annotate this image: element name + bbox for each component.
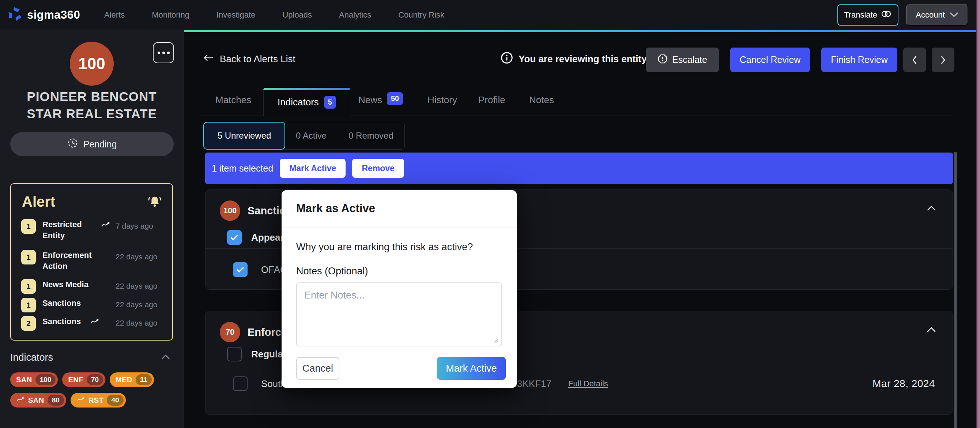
chevron-down-icon [949,10,959,20]
badge-value: 80 [48,395,64,406]
alert-row[interactable]: 2 Sanctions 22 days ago [21,316,165,331]
badge-value: 40 [107,395,123,406]
checkbox-unchecked[interactable] [227,347,242,361]
indicators-section-title: Indicators [10,352,53,363]
alert-label: Enforcement Action [42,250,101,272]
alert-count-badge: 1 [21,279,36,294]
modal-cancel-button[interactable]: Cancel [296,357,339,380]
indicator-badges: SAN 100 ENF 70 MED 11 SAN 80 [10,372,167,407]
tab-matches[interactable]: Matches [215,94,251,106]
more-options-button[interactable] [153,42,174,63]
filter-removed[interactable]: 0 Removed [337,122,404,149]
risk-score-badge: 100 [70,42,114,86]
tab-profile[interactable]: Profile [478,94,505,106]
next-entity-button[interactable] [932,48,955,72]
cancel-review-button[interactable]: Cancel Review [730,48,810,72]
arrow-left-icon [203,53,214,65]
badge-label: SAN [28,396,44,404]
account-button[interactable]: Account [906,5,968,25]
alert-panel-title: Alert [22,194,55,210]
bell-icon[interactable] [147,195,162,210]
notes-label: Notes (Optional) [296,266,368,277]
tab-history[interactable]: History [428,94,457,106]
alert-row[interactable]: 1 Restricted Entity 7 days ago [21,219,165,241]
filter-unreviewed[interactable]: 5 Unreviewed [203,122,285,150]
remove-button[interactable]: Remove [352,159,404,178]
app-window: sigma360 Alerts Monitoring Investigate U… [0,0,980,428]
indicator-row: Appears [227,230,289,245]
route-icon [90,318,99,327]
translate-label: Translate [844,10,877,20]
chevron-up-icon[interactable] [926,205,937,213]
tab-indicators[interactable]: Indicators 5 [263,88,350,116]
alert-count-badge: 1 [21,298,36,312]
indicator-badge-san-2[interactable]: SAN 80 [10,393,66,407]
mark-active-button[interactable]: Mark Active [280,159,345,178]
alert-count-badge: 2 [21,316,36,331]
nav-item-investigate[interactable]: Investigate [216,10,255,20]
filter-active[interactable]: 0 Active [285,122,337,149]
translate-button[interactable]: Translate [837,5,899,25]
route-icon [101,221,110,230]
entity-sidebar: 100 PIONEER BENCONT STAR REAL ESTATE Pen… [0,30,184,428]
checkbox-checked[interactable] [227,230,242,245]
nav-item-monitoring[interactable]: Monitoring [152,10,189,20]
previous-entity-button[interactable] [903,48,926,72]
nav-item-analytics[interactable]: Analytics [339,10,371,20]
status-label: Pending [83,139,117,150]
escalate-label: Escalate [672,54,707,65]
review-filter-group: 5 Unreviewed 0 Active 0 Removed [203,122,405,150]
alert-row[interactable]: 1 Enforcement Action 22 days ago [21,250,165,272]
card-score-badge: 70 [220,322,240,342]
chevron-up-icon[interactable] [926,327,937,334]
alert-label: Sanctions [42,298,101,309]
indicator-badge-rst[interactable]: RST 40 [71,393,126,407]
notes-textarea[interactable] [296,282,502,347]
alert-label: Restricted Entity [42,219,101,241]
logo[interactable]: sigma360 [6,0,80,30]
card-score-badge: 100 [220,200,240,221]
checkbox-checked[interactable] [233,262,248,277]
badge-value: 70 [87,374,103,385]
alert-label: News Media [42,279,101,290]
info-icon [500,51,514,67]
translate-rings-icon [881,10,892,20]
chevron-up-icon[interactable] [161,354,170,361]
alert-count-badge: 1 [21,250,36,264]
vertical-scrollbar[interactable] [954,152,957,428]
window-edge-strip [976,0,980,428]
route-icon [76,396,85,404]
escalate-button[interactable]: Escalate [646,48,719,72]
modal-question: Why you are marking this risk as active? [296,242,473,253]
indicator-badge-med[interactable]: MED 11 [110,372,154,387]
tab-count-badge: 5 [324,96,336,109]
checkbox-unchecked[interactable] [233,376,248,391]
alert-time: 22 days ago [116,252,157,261]
badge-value: 100 [35,374,56,385]
alert-panel: Alert 1 Restricted Entity 7 days ago [10,183,173,340]
alert-row[interactable]: 1 Sanctions 22 days ago [21,298,165,312]
tab-count-badge: 50 [387,92,403,105]
indicator-badge-enf[interactable]: ENF 70 [62,372,105,387]
review-banner-text: You are reviewing this entity [519,53,647,65]
nav-item-uploads[interactable]: Uploads [282,10,312,20]
selection-count: 1 item selected [212,163,273,174]
tab-notes[interactable]: Notes [529,94,554,106]
modal-confirm-button[interactable]: Mark Active [437,357,506,380]
full-details-link[interactable]: Full Details [568,379,608,388]
alert-label: Sanctions [42,316,90,327]
finish-review-button[interactable]: Finish Review [821,48,897,72]
badge-value: 11 [136,374,152,385]
nav-item-alerts[interactable]: Alerts [104,10,125,20]
status-pending-pill[interactable]: Pending [10,132,174,156]
nav-item-country-risk[interactable]: Country Risk [398,10,444,20]
tab-news[interactable]: News [358,94,382,106]
logo-text: sigma360 [27,8,80,22]
back-to-alerts-link[interactable]: Back to Alerts List [203,53,296,65]
logo-icon [6,6,24,24]
alert-row[interactable]: 1 News Media 22 days ago [21,279,165,294]
alert-octagon-icon [657,54,668,66]
back-label: Back to Alerts List [220,53,296,65]
row-date: Mar 28, 2024 [872,378,935,390]
indicator-badge-san[interactable]: SAN 100 [10,372,58,387]
